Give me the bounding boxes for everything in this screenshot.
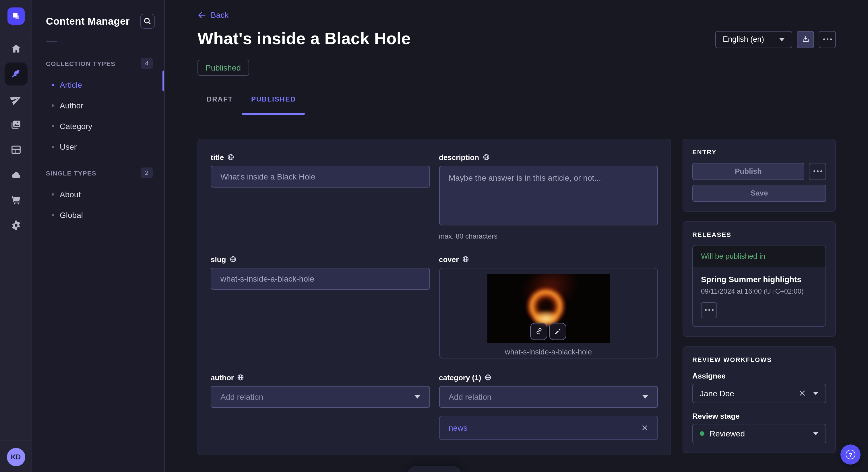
chevron-down-icon xyxy=(813,392,818,395)
clear-assignee-button[interactable] xyxy=(799,390,806,397)
review-stage-select[interactable]: Reviewed xyxy=(692,424,826,443)
ellipsis-icon xyxy=(813,170,822,172)
release-card: Will be published in Spring Summer highl… xyxy=(692,245,826,327)
download-icon xyxy=(801,35,810,43)
chevron-down-icon xyxy=(779,38,785,41)
arrow-left-icon xyxy=(197,11,206,19)
assignee-label: Assignee xyxy=(692,371,826,380)
assignee-select[interactable]: Jane Doe xyxy=(692,383,826,403)
category-relation-select[interactable]: Add relation xyxy=(439,386,658,407)
release-name: Spring Summer highlights xyxy=(701,274,817,283)
description-hint: max. 80 characters xyxy=(439,232,658,240)
entry-more-button[interactable] xyxy=(809,163,826,180)
relation-link[interactable]: news xyxy=(448,423,467,432)
close-icon xyxy=(641,424,648,431)
chevron-down-icon xyxy=(813,432,818,435)
marketplace-cart-icon[interactable] xyxy=(4,189,27,212)
relation-item-news: news xyxy=(439,415,658,440)
content-manager-feather-icon[interactable] xyxy=(4,63,27,86)
bullet-icon xyxy=(52,146,54,148)
layout-icon[interactable] xyxy=(4,138,27,161)
close-icon xyxy=(799,390,806,397)
sidebar-item-author[interactable]: Author xyxy=(32,95,164,116)
cover-media-card: what-s-inside-a-black-hole xyxy=(439,268,658,358)
status-badge: Published xyxy=(197,59,249,75)
add-component-button-clipped[interactable] xyxy=(406,466,462,472)
sidebar-item-category[interactable]: Category xyxy=(32,116,164,136)
sidebar-item-label: Global xyxy=(60,210,83,220)
author-relation-select[interactable]: Add relation xyxy=(211,386,430,407)
release-date: 09/11/2024 at 16:00 (UTC+02:00) xyxy=(701,287,817,295)
description-field-label: description xyxy=(439,153,479,162)
globe-icon xyxy=(229,256,236,263)
tab-published[interactable]: PUBLISHED xyxy=(242,95,305,103)
user-avatar[interactable]: KD xyxy=(7,448,25,466)
globe-icon xyxy=(485,374,491,381)
bullet-icon xyxy=(52,214,54,216)
releases-panel: RELEASES Will be published in Spring Sum… xyxy=(683,221,836,336)
release-status: Will be published in xyxy=(693,245,826,266)
title-input[interactable] xyxy=(211,165,430,187)
tab-draft[interactable]: DRAFT xyxy=(197,95,242,103)
release-more-button[interactable] xyxy=(701,302,717,318)
sidebar-item-global[interactable]: Global xyxy=(32,205,164,225)
bullet-icon xyxy=(52,104,54,107)
subnav-title: Content Manager xyxy=(46,15,130,27)
bullet-icon xyxy=(52,193,54,196)
locale-select[interactable]: English (en) xyxy=(715,31,792,48)
ellipsis-icon xyxy=(705,309,713,311)
sidebar-item-user[interactable]: User xyxy=(32,136,164,157)
review-panel-title: REVIEW WORKFLOWS xyxy=(692,356,826,363)
chevron-down-icon xyxy=(414,395,420,398)
cover-field-label: cover xyxy=(439,255,459,264)
back-label: Back xyxy=(211,10,228,20)
bullet-icon xyxy=(52,84,54,86)
search-button[interactable] xyxy=(140,14,155,29)
back-link[interactable]: Back xyxy=(197,10,228,20)
home-icon[interactable] xyxy=(4,37,27,60)
search-icon xyxy=(144,17,152,25)
edit-media-button[interactable] xyxy=(549,323,567,340)
category-placeholder: Add relation xyxy=(448,392,491,401)
stage-value: Reviewed xyxy=(710,429,745,438)
stage-status-dot xyxy=(700,431,704,436)
title-field-label: title xyxy=(211,153,224,162)
single-types-count-badge: 2 xyxy=(141,167,153,178)
description-textarea[interactable]: Maybe the answer is in this article, or … xyxy=(439,165,658,225)
publish-button[interactable]: Publish xyxy=(692,163,804,180)
author-placeholder: Add relation xyxy=(220,392,263,401)
version-tabs: DRAFT PUBLISHED xyxy=(197,95,836,103)
right-rail: ENTRY Publish Save RELEASES Will be publ… xyxy=(683,138,836,455)
remove-relation-button[interactable] xyxy=(641,424,648,431)
paper-plane-icon[interactable] xyxy=(4,88,27,111)
globe-icon xyxy=(227,154,234,161)
entry-panel-title: ENTRY xyxy=(692,148,826,155)
sidebar-item-article[interactable]: Article xyxy=(32,74,164,95)
ellipsis-icon xyxy=(823,38,832,40)
media-library-icon[interactable] xyxy=(4,113,27,136)
pencil-icon xyxy=(554,327,562,335)
globe-icon xyxy=(483,154,489,161)
releases-panel-title: RELEASES xyxy=(692,231,826,238)
strapi-logo[interactable] xyxy=(7,7,24,25)
strapi-admin-app: KD Content Manager COLLECTION TYPES 4 Ar… xyxy=(0,0,868,472)
cloud-icon[interactable] xyxy=(4,164,27,187)
nav-divider xyxy=(0,36,32,36)
save-button[interactable]: Save xyxy=(692,184,826,202)
more-actions-button[interactable] xyxy=(818,31,836,48)
main-content: Back What's inside a Black Hole English … xyxy=(165,0,868,472)
slug-input[interactable] xyxy=(211,268,430,289)
sidebar-item-about[interactable]: About xyxy=(32,184,164,205)
settings-gear-icon[interactable] xyxy=(4,214,27,237)
review-stage-label: Review stage xyxy=(692,411,826,420)
nav-bottom-divider xyxy=(0,440,32,441)
help-button[interactable]: ? xyxy=(840,444,861,465)
copy-link-button[interactable] xyxy=(530,323,548,340)
sidebar-item-label: User xyxy=(60,142,76,151)
globe-icon xyxy=(237,374,244,381)
import-export-button[interactable] xyxy=(797,31,814,48)
locale-value: English (en) xyxy=(723,35,764,43)
category-field-label: category (1) xyxy=(439,373,481,382)
link-icon xyxy=(535,327,544,336)
sidebar-item-label: About xyxy=(60,190,81,199)
